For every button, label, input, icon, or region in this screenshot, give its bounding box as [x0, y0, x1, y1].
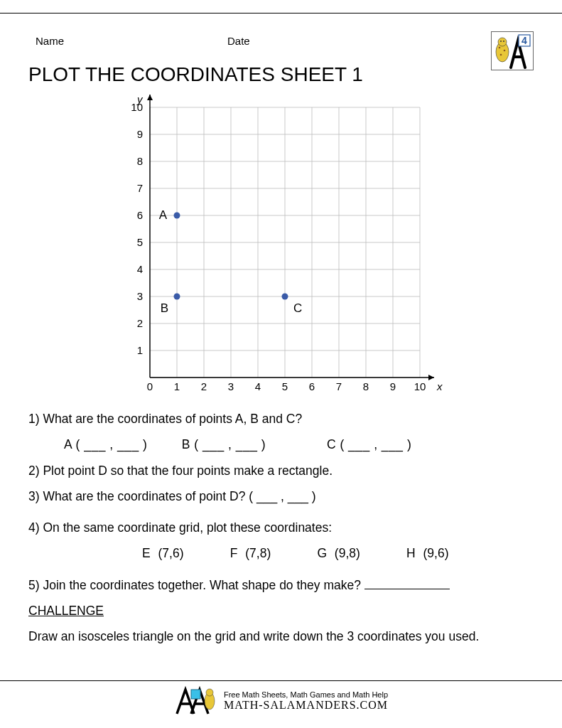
- svg-text:8: 8: [362, 380, 368, 392]
- coordinate-grid-chart: 01234567891012345678910xyABC: [28, 93, 534, 399]
- svg-text:x: x: [436, 380, 443, 392]
- svg-text:5: 5: [281, 380, 287, 392]
- worksheet-page: Name Date 4 PLOT THE COORDINATES SHEET 1…: [0, 13, 562, 660]
- svg-rect-63: [191, 690, 200, 699]
- challenge-text: Draw an isosceles triangle on the grid a…: [28, 627, 534, 646]
- question-5-text: 5) Join the coordinates together. What s…: [28, 578, 364, 592]
- question-2: 2) Plot point D so that the four points …: [28, 461, 534, 480]
- name-label: Name: [36, 35, 64, 47]
- svg-text:7: 7: [136, 182, 142, 194]
- svg-point-61: [281, 294, 288, 300]
- svg-point-5: [504, 49, 506, 51]
- grade-badge: 4: [491, 31, 534, 70]
- svg-text:9: 9: [136, 128, 142, 140]
- svg-text:A: A: [158, 208, 167, 222]
- svg-text:1: 1: [136, 344, 142, 356]
- svg-text:5: 5: [136, 236, 142, 248]
- question-3: 3) What are the coordinates of point D? …: [28, 487, 534, 505]
- svg-text:2: 2: [136, 317, 142, 329]
- svg-point-1: [498, 38, 507, 46]
- footer-tagline: Free Math Sheets, Math Games and Math He…: [224, 690, 388, 699]
- svg-text:2: 2: [200, 380, 206, 392]
- svg-point-59: [173, 294, 180, 300]
- question-4: 4) On the same coordinate grid, plot the…: [28, 518, 534, 537]
- svg-point-4: [499, 46, 501, 48]
- date-label: Date: [227, 35, 250, 47]
- svg-text:6: 6: [308, 380, 314, 392]
- question-1: 1) What are the coordinates of points A,…: [28, 410, 534, 428]
- svg-text:C: C: [293, 301, 302, 315]
- svg-text:4: 4: [136, 263, 142, 275]
- question-4-coords: E (7,6) F (7,8) G (9,8) H (9,6): [28, 544, 534, 562]
- svg-text:4: 4: [254, 380, 260, 392]
- svg-point-65: [206, 689, 213, 696]
- svg-text:10: 10: [414, 380, 426, 392]
- svg-point-3: [503, 41, 504, 42]
- svg-text:B: B: [160, 301, 168, 315]
- answer-blank: [364, 589, 450, 589]
- question-1-blanks: A ( ___ , ___ ) B ( ___ , ___ ) C ( ___ …: [28, 435, 534, 454]
- svg-text:6: 6: [136, 209, 142, 221]
- svg-text:8: 8: [136, 155, 142, 167]
- svg-text:7: 7: [335, 380, 341, 392]
- svg-text:3: 3: [227, 380, 233, 392]
- svg-point-57: [173, 213, 180, 219]
- page-title: PLOT THE COORDINATES SHEET 1: [28, 63, 534, 86]
- svg-text:1: 1: [173, 380, 179, 392]
- questions-block: 1) What are the coordinates of points A,…: [28, 410, 534, 646]
- svg-text:9: 9: [389, 380, 395, 392]
- svg-text:3: 3: [136, 290, 142, 302]
- svg-point-2: [500, 41, 502, 42]
- svg-marker-32: [428, 375, 434, 380]
- svg-point-6: [500, 53, 502, 55]
- footer-site: MATH-SALAMANDERS.COM: [224, 699, 388, 712]
- badge-number: 4: [522, 35, 527, 46]
- page-footer: Free Math Sheets, Math Games and Math He…: [0, 680, 562, 719]
- challenge-heading: CHALLENGE: [28, 601, 534, 620]
- footer-logo-icon: [174, 685, 217, 717]
- question-5: 5) Join the coordinates together. What s…: [28, 576, 534, 594]
- svg-marker-33: [147, 95, 153, 100]
- svg-text:0: 0: [146, 380, 152, 392]
